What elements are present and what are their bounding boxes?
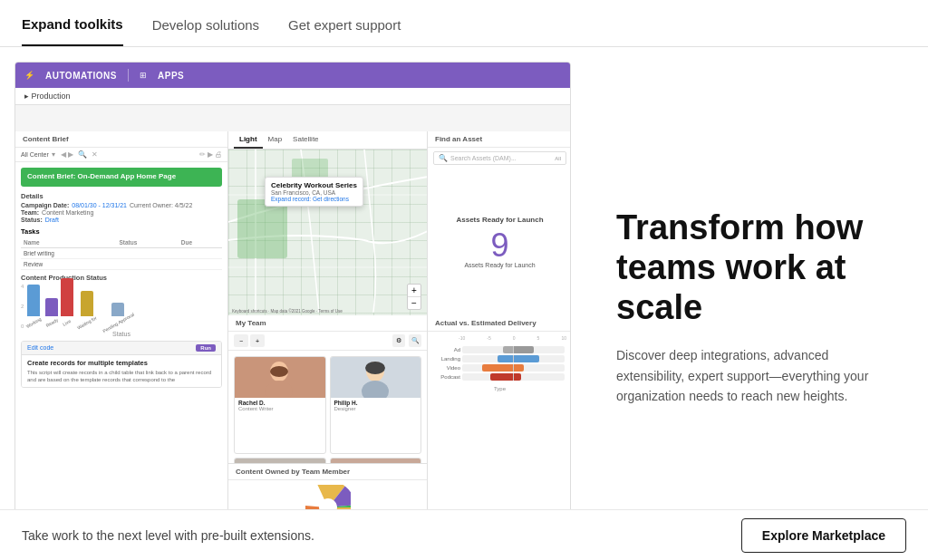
bar-pos-landing	[514, 355, 539, 362]
bar-col-4: Waiting for	[76, 291, 98, 325]
map-panel: Light Light Map Satellite	[228, 131, 428, 315]
team-role-2: Designer	[334, 406, 418, 411]
h-bar-row-ad: Ad	[435, 346, 565, 353]
header-divider	[128, 69, 129, 82]
team-icons: ⚙ 🔍	[392, 334, 421, 347]
left-panel: ⚡ AUTOMATIONS ⊞ APPS ▸ Production Conten…	[0, 47, 571, 559]
status-x-label: Status	[21, 331, 222, 337]
bar-label-3: Live	[63, 318, 72, 327]
team-nav-plus[interactable]: +	[250, 334, 265, 347]
map-popup-link[interactable]: Expand record: Get directions	[271, 196, 357, 202]
tasks-title: Tasks	[21, 227, 222, 236]
delivery-y-axis-label: -10-50510	[431, 335, 568, 341]
map-tab-light[interactable]: Light	[234, 131, 263, 149]
bar-label-4: Waiting for	[76, 314, 98, 330]
team-search-icon[interactable]: 🔍	[409, 334, 421, 347]
apps-icon: ⊞	[140, 71, 147, 80]
details-row-3: Status: Draft	[21, 217, 222, 223]
map-tab-satellite[interactable]: Satellite	[287, 131, 324, 149]
bottom-text: Take work to the next level with pre-bui…	[22, 528, 314, 543]
h-bar-row-podcast: Podcast	[435, 373, 565, 381]
bar-live	[61, 278, 73, 316]
apps-label: APPS	[158, 71, 184, 81]
automations-icon: ⚡	[24, 71, 34, 80]
zoom-in-btn[interactable]: +	[408, 285, 420, 297]
svg-point-3	[266, 381, 293, 398]
production-label: Production	[32, 92, 71, 101]
app-screenshot: ⚡ AUTOMATIONS ⊞ APPS ▸ Production Conten…	[14, 62, 571, 545]
assets-panel-header: Find an Asset	[428, 131, 570, 148]
bar-ready	[45, 298, 58, 316]
bar-col-3: Live	[61, 278, 73, 325]
details-row-2: Team: Content Marketing	[21, 209, 222, 216]
col-status: Status	[116, 237, 178, 248]
team-nav-minus[interactable]: −	[234, 334, 248, 347]
bar-waiting	[81, 291, 93, 316]
map-popup-subtitle: San Francisco, CA, USA	[271, 189, 357, 196]
run-button[interactable]: Run	[196, 344, 216, 352]
bar-pending	[111, 303, 124, 316]
team-role-1: Content Writer	[238, 406, 322, 411]
bar-label-2: Ready	[44, 316, 59, 327]
map-zoom-controls[interactable]: + −	[407, 284, 421, 310]
tab-develop-solutions[interactable]: Develop solutions	[152, 17, 259, 45]
map-tabs: Light Map Satellite	[228, 131, 427, 150]
script-text: This script will create records in a chi…	[27, 369, 216, 384]
tab-expand-toolkits[interactable]: Expand toolkits	[22, 16, 123, 46]
bottom-bar: Take work to the next level with pre-bui…	[0, 509, 928, 560]
bar-col-2: Ready	[45, 298, 58, 325]
bar-pos-ad	[514, 346, 534, 353]
content-card-title: Content Brief: On-Demand App Home Page	[27, 172, 216, 181]
bar-label-1: Working	[25, 316, 43, 329]
main-content: ⚡ AUTOMATIONS ⊞ APPS ▸ Production Conten…	[0, 47, 928, 559]
bar-working	[27, 285, 40, 316]
team-card-2: Philip H. Designer	[330, 356, 422, 454]
team-settings-icon[interactable]: ⚙	[392, 334, 405, 347]
content-owned-header: Content Owned by Team Member	[228, 464, 427, 480]
tab-navigation: Expand toolkits Develop solutions Get ex…	[0, 0, 928, 47]
assets-count: 9	[490, 229, 508, 262]
delivery-x-label: Type	[431, 386, 568, 391]
map-tab-map[interactable]: Map	[263, 131, 288, 149]
explore-marketplace-button[interactable]: Explore Marketplace	[741, 518, 906, 553]
bar-pos-video	[514, 364, 524, 372]
assets-search[interactable]: 🔍 Search Assets (DAM)... All	[433, 151, 566, 165]
team-toolbar: − + ⚙ 🔍	[228, 332, 427, 351]
script-body: Create records for multiple templates Th…	[22, 355, 221, 388]
automations-label: AUTOMATIONS	[45, 71, 117, 81]
content-card: Content Brief: On-Demand App Home Page	[21, 168, 222, 186]
team-panel-header: My Team	[228, 315, 427, 332]
edit-code-label[interactable]: Edit code	[27, 344, 53, 351]
bar-neg-landing	[498, 355, 513, 362]
search-icon-small: 🔍	[439, 154, 448, 162]
all-center-label: All Center	[21, 151, 49, 158]
status-section: Content Production Status 4 2 0 Working	[21, 274, 222, 337]
team-card-1: Rachel D. Content Writer	[234, 356, 326, 454]
bar-pos-podcast	[514, 373, 521, 381]
details-section: Details Campaign Date: 08/01/30 - 12/31/…	[21, 192, 222, 224]
team-name-1: Rachel D.	[238, 400, 322, 406]
map-attribution: Keyboard shortcuts · Map data ©2021 Goog…	[232, 309, 343, 314]
map-popup-title: Celebrity Workout Series	[271, 181, 357, 189]
status-title: Content Production Status	[21, 274, 222, 282]
tab-expert-support[interactable]: Get expert support	[288, 17, 401, 45]
map-roads-svg	[228, 150, 427, 315]
map-body: Celebrity Workout Series San Francisco, …	[228, 150, 427, 315]
app-header: ⚡ AUTOMATIONS ⊞ APPS	[15, 63, 570, 88]
production-arrow: ▸	[24, 92, 32, 101]
content-brief-toolbar: All Center ▾ ◀ ▶ 🔍 ✕ ✏ ▶ 🖨	[15, 148, 227, 162]
content-brief-header: Content Brief	[15, 131, 227, 148]
script-header: Edit code Run	[22, 342, 221, 355]
right-panel: Transform howteams work atscale Discover…	[571, 47, 928, 559]
delivery-header: Actual vs. Estimated Delivery	[428, 315, 570, 332]
assets-panel: Find an Asset 🔍 Search Assets (DAM)... A…	[428, 131, 570, 315]
zoom-out-btn[interactable]: −	[408, 297, 420, 309]
bar-col-5: Pending Approval	[101, 303, 136, 325]
h-bar-row-landing: Landing	[435, 355, 565, 362]
svg-point-6	[362, 381, 389, 398]
content-brief-panel: Content Brief All Center ▾ ◀ ▶ 🔍 ✕ ✏ ▶ 🖨…	[15, 131, 228, 545]
svg-rect-0	[237, 199, 287, 258]
bar-neg-ad	[503, 346, 513, 353]
h-bar-container: Ad	[431, 343, 568, 384]
script-title: Create records for multiple templates	[27, 359, 216, 367]
